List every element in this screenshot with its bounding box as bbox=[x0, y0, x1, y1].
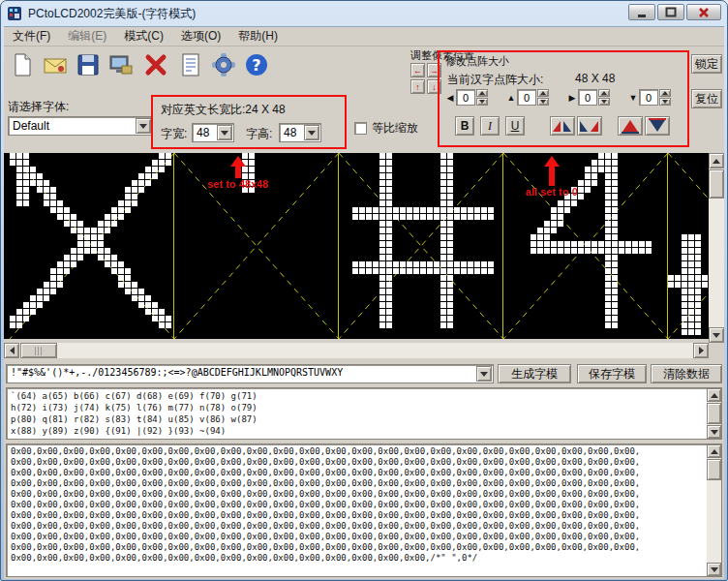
trim-bottom-down-button[interactable] bbox=[659, 98, 671, 106]
menu-edit[interactable]: 编辑(E) bbox=[59, 26, 115, 46]
close-button[interactable] bbox=[686, 4, 721, 20]
open-file-button[interactable] bbox=[41, 50, 70, 79]
flip-vertical-button[interactable] bbox=[645, 116, 670, 136]
lcd-canvas-cell[interactable] bbox=[668, 153, 709, 339]
trim-left-value[interactable]: 0 bbox=[456, 89, 475, 106]
delete-button[interactable] bbox=[141, 50, 170, 79]
rotate-right-icon bbox=[578, 118, 601, 134]
svg-text:?: ? bbox=[252, 56, 260, 75]
app-icon bbox=[7, 6, 22, 21]
lcd-canvas-cell[interactable] bbox=[10, 153, 174, 339]
italic-button[interactable]: I bbox=[480, 116, 500, 136]
trim-top-icon: ▲ bbox=[505, 93, 517, 103]
matrix-size-title: 修改点阵大小 bbox=[445, 54, 509, 69]
font-combobox-drop-button[interactable] bbox=[136, 118, 151, 134]
settings-button[interactable] bbox=[209, 50, 238, 79]
lcd-vertical-scrollbar[interactable] bbox=[709, 153, 724, 343]
arrow-up-icon bbox=[711, 389, 718, 398]
flip-vertical-icon bbox=[646, 118, 669, 134]
annotation-set-48-text: set to 48x48 bbox=[208, 178, 269, 190]
reset-button[interactable]: 复位 bbox=[691, 89, 722, 108]
scroll-right-button[interactable] bbox=[693, 343, 709, 358]
menu-file[interactable]: 文件(F) bbox=[4, 26, 59, 46]
lcd-canvas-cell[interactable] bbox=[339, 153, 503, 339]
trim-right-down-button[interactable] bbox=[598, 98, 610, 106]
charset-drop-button[interactable] bbox=[476, 366, 492, 382]
scroll-left-button[interactable] bbox=[4, 343, 19, 358]
new-file-button[interactable] bbox=[8, 50, 37, 79]
trim-right-up-button[interactable] bbox=[598, 89, 610, 97]
trim-bottom-icon: ▼ bbox=[627, 93, 639, 103]
save-font-button[interactable]: 保存字模 bbox=[577, 364, 647, 383]
scroll-up-button[interactable] bbox=[709, 153, 724, 168]
scroll-down-button[interactable] bbox=[709, 327, 724, 343]
delete-x-icon bbox=[143, 52, 168, 77]
menu-help[interactable]: 帮助(H) bbox=[229, 26, 287, 46]
trim-bottom-up-button[interactable] bbox=[659, 89, 671, 97]
vertical-scroll-thumb[interactable] bbox=[709, 169, 724, 199]
char-height-drop-button[interactable] bbox=[304, 125, 319, 140]
trim-left-up-button[interactable] bbox=[476, 89, 488, 97]
trim-bottom-value[interactable]: 0 bbox=[639, 89, 658, 106]
rotate-right-button[interactable] bbox=[577, 116, 602, 136]
app-window: PCtoLCD2002完美版-(字符模式) 文件(F) 编辑(E) 模式(C) … bbox=[0, 0, 728, 581]
char-height-combobox[interactable]: 48 bbox=[279, 123, 321, 142]
scroll-up-button[interactable] bbox=[707, 444, 721, 458]
document-button[interactable] bbox=[176, 50, 205, 79]
menu-mode[interactable]: 模式(C) bbox=[115, 26, 172, 46]
export-button[interactable] bbox=[106, 50, 136, 79]
save-floppy-icon bbox=[76, 52, 101, 77]
underline-button[interactable]: U bbox=[505, 116, 525, 136]
help-button[interactable]: ? bbox=[242, 50, 271, 79]
scroll-down-button[interactable] bbox=[707, 563, 721, 576]
char-list-line: `(64) a(65) b(66) c(67) d(68) e(69) f(70… bbox=[11, 390, 702, 402]
flip-horizontal-button[interactable] bbox=[618, 116, 643, 136]
trim-top-value[interactable]: 0 bbox=[517, 89, 536, 106]
rotate-left-button[interactable] bbox=[550, 116, 575, 136]
hex-line: 0x00,0x00,0x00,0x00,0x00,0x00,0x00,0x00,… bbox=[11, 521, 702, 532]
generate-font-button[interactable]: 生成字模 bbox=[498, 364, 571, 383]
trim-top-up-button[interactable] bbox=[537, 89, 549, 97]
font-select-label: 请选择字体: bbox=[8, 99, 69, 115]
maximize-button[interactable] bbox=[657, 4, 684, 20]
bold-button[interactable]: B bbox=[455, 116, 474, 136]
scale-checkbox[interactable] bbox=[354, 122, 367, 135]
scroll-thumb[interactable] bbox=[707, 403, 721, 424]
hex-output-box[interactable]: 0x00,0x00,0x00,0x00,0x00,0x00,0x00,0x00,… bbox=[6, 443, 722, 577]
trim-left-down-button[interactable] bbox=[476, 98, 488, 106]
horizontal-scroll-thumb[interactable] bbox=[20, 343, 57, 358]
char-width-drop-button[interactable] bbox=[217, 125, 232, 140]
char-list-box[interactable]: `(64) a(65) b(66) c(67) d(68) e(69) f(70… bbox=[6, 387, 722, 440]
minimize-button[interactable] bbox=[628, 4, 655, 20]
charset-combobox[interactable]: !"#$%&'()*+,-./0123456789:;<=>?@ABCDEFGH… bbox=[6, 364, 494, 383]
red-arrow-stem bbox=[549, 167, 555, 186]
annotation-all-zero-text: all set to 0 bbox=[526, 186, 578, 198]
move-up-button[interactable]: ↑ bbox=[410, 79, 425, 94]
arrow-left-icon bbox=[6, 347, 15, 354]
char-width-combobox[interactable]: 48 bbox=[192, 123, 234, 142]
scroll-down-button[interactable] bbox=[707, 425, 721, 439]
menu-options[interactable]: 选项(O) bbox=[172, 26, 229, 46]
charset-combobox-value: !"#$%&'()*+,-./0123456789:;<=>?@ABCDEFGH… bbox=[7, 365, 493, 380]
char-list-scrollbar[interactable] bbox=[707, 388, 721, 439]
new-file-icon bbox=[10, 52, 35, 77]
move-left-button[interactable]: ← bbox=[410, 63, 425, 77]
rotate-left-icon bbox=[551, 118, 574, 134]
lcd-horizontal-scrollbar[interactable] bbox=[4, 343, 709, 358]
arrow-up-icon bbox=[713, 155, 720, 164]
save-button[interactable] bbox=[74, 50, 103, 79]
hex-line: 0x00,0x00,0x00,0x00,0x00,0x00,0x00,0x00,… bbox=[11, 542, 702, 553]
hex-line: 0x00,0x00,0x00,0x00,0x00,0x00,0x00,0x00,… bbox=[11, 468, 702, 478]
font-combobox[interactable]: Default bbox=[8, 116, 153, 136]
trim-right-value[interactable]: 0 bbox=[578, 89, 597, 106]
lock-button[interactable]: 锁定 bbox=[691, 54, 722, 74]
scroll-thumb[interactable] bbox=[707, 459, 721, 480]
font-combobox-value: Default bbox=[9, 117, 152, 135]
titlebar[interactable]: PCtoLCD2002完美版-(字符模式) bbox=[1, 1, 727, 26]
hex-output-scrollbar[interactable] bbox=[707, 444, 721, 576]
scroll-up-button[interactable] bbox=[707, 388, 721, 402]
clear-data-button[interactable]: 清除数据 bbox=[651, 364, 722, 383]
trim-top-down-button[interactable] bbox=[537, 98, 549, 106]
arrow-down-icon bbox=[713, 333, 720, 342]
char-width-label: 字宽: bbox=[161, 126, 187, 142]
